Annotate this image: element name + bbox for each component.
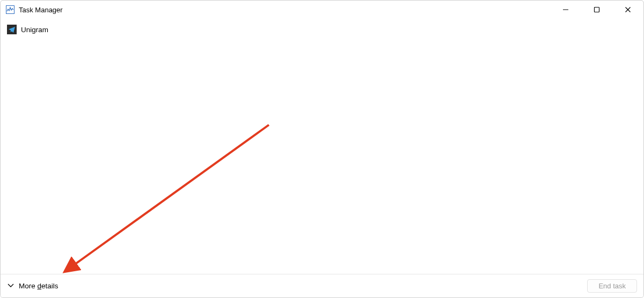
minimize-button[interactable] [550,1,581,19]
end-task-button[interactable]: End task [587,279,637,293]
svg-rect-2 [595,8,599,12]
annotation-arrow [1,1,644,298]
process-row[interactable]: Unigram [7,22,637,37]
more-details-label: More details [19,282,58,290]
process-name: Unigram [21,26,48,34]
process-list: Unigram [1,19,643,37]
unigram-icon [7,25,17,34]
close-button[interactable] [612,1,643,19]
more-details-toggle[interactable]: More details [7,281,58,290]
chevron-down-icon [7,281,14,290]
window-controls [550,1,643,19]
maximize-button[interactable] [581,1,612,19]
task-manager-icon [6,5,14,14]
window-title: Task Manager [19,6,63,14]
titlebar-left: Task Manager [6,5,63,14]
titlebar: Task Manager [1,1,643,19]
svg-line-7 [66,125,269,271]
footer: More details End task [1,274,643,297]
